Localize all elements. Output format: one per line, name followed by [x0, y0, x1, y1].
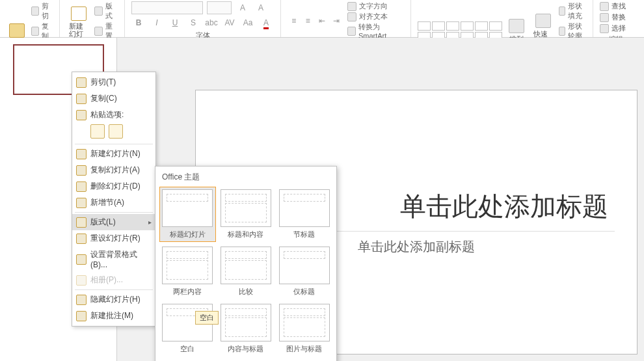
italic-button[interactable]: I [150, 16, 164, 29]
layout-dropdown[interactable]: 版式 [94, 1, 118, 21]
layout-thumb [279, 304, 330, 341]
layout-comparison[interactable]: 比较 [218, 244, 275, 299]
layout-title-content[interactable]: 标题和内容 [218, 187, 275, 242]
align-text-icon [347, 12, 356, 21]
shape-tri[interactable] [461, 21, 474, 31]
menu-separator [75, 144, 153, 144]
paste-icon [9, 23, 25, 38]
shape-oval[interactable] [446, 21, 459, 31]
layout-section-header[interactable]: 节标题 [276, 187, 332, 242]
layout-thumb [162, 247, 213, 284]
new-slide-icon [76, 149, 87, 159]
layout-extra-2[interactable] [218, 358, 275, 361]
ribbon-group-drawing: 排列 快速样式 形状填充 形状轮廓 形状效果 绘图 [411, 0, 593, 37]
ribbon-group-paragraph: ≡ ≡ ⇤ ⇥ 文字方向 对齐文本 转换为 SmartArt 段落 [281, 0, 411, 37]
menu-delete-slide[interactable]: 删除幻灯片(D) [72, 178, 155, 194]
shape-line[interactable] [432, 21, 445, 31]
ribbon: 粘贴 剪切 复制 格式刷 剪贴板 新建 幻灯片 版式 重置 节 幻灯片 [0, 0, 644, 38]
numbering-button[interactable]: ≡ [302, 14, 315, 27]
menu-format-background[interactable]: 设置背景格式(B)... [72, 247, 155, 272]
cut-button[interactable]: 剪切 [31, 1, 53, 21]
layout-two-content[interactable]: 两栏内容 [159, 244, 216, 299]
reset-icon [76, 234, 87, 244]
comment-icon [76, 311, 87, 321]
section-icon [76, 198, 87, 208]
find-button[interactable]: 查找 [600, 1, 632, 11]
layout-title-slide[interactable]: 标题幻灯片 [159, 187, 216, 242]
strike-button[interactable]: S [186, 16, 200, 29]
quick-styles-icon [535, 14, 551, 28]
indent-inc-button[interactable]: ⇥ [330, 14, 343, 27]
layout-thumb [221, 189, 271, 227]
increase-font-button[interactable]: A [235, 1, 250, 14]
menu-new-comment[interactable]: 新建批注(M) [72, 308, 155, 324]
layout-extra-1[interactable] [159, 358, 216, 361]
menu-add-section[interactable]: 新增节(A) [72, 194, 155, 211]
new-slide-icon [71, 7, 87, 21]
layout-content-caption[interactable]: 内容与标题 [218, 301, 275, 356]
shadow-button[interactable]: abc [204, 16, 219, 29]
text-direction-icon [347, 2, 356, 11]
paste-option-picture[interactable] [109, 124, 123, 139]
menu-reset-slide[interactable]: 重设幻灯片(R) [72, 230, 155, 247]
copy-icon [31, 27, 39, 36]
copy-icon [76, 94, 87, 104]
ribbon-group-editing: 查找 替换 选择 编辑 [593, 0, 639, 37]
change-case-button[interactable]: Aa [241, 16, 255, 29]
layout-flyout-header: Office 主题 [159, 170, 332, 187]
paste-icon [76, 110, 87, 120]
layout-thumb [162, 189, 213, 227]
smartart-button[interactable]: 转换为 SmartArt [347, 22, 404, 40]
hide-icon [76, 295, 87, 305]
delete-icon [76, 181, 87, 192]
decrease-font-button[interactable]: A [254, 1, 268, 14]
menu-copy[interactable]: 复制(C) [72, 90, 155, 107]
shape-star[interactable] [489, 21, 502, 31]
font-color-button[interactable]: A [259, 16, 273, 29]
layout-thumb [279, 189, 330, 227]
underline-button[interactable]: U [168, 16, 182, 29]
ribbon-group-clipboard: 粘贴 剪切 复制 格式刷 剪贴板 [0, 0, 60, 37]
menu-photo-album: 相册(P)... [72, 272, 155, 288]
find-icon [600, 2, 609, 11]
menu-separator [75, 289, 153, 290]
menu-hide-slide[interactable]: 隐藏幻灯片(H) [72, 291, 155, 308]
char-spacing-button[interactable]: AV [222, 16, 237, 29]
paste-option-keep-source[interactable] [90, 124, 105, 139]
paste-options-row [72, 123, 155, 142]
layout-icon [94, 7, 102, 16]
menu-duplicate-slide[interactable]: 复制幻灯片(A) [72, 162, 155, 178]
layout-icon [76, 217, 87, 228]
replace-icon [600, 13, 609, 22]
slide-subtitle-placeholder[interactable]: 单击此处添加副标题 [351, 232, 481, 262]
align-text-button[interactable]: 对齐文本 [347, 12, 404, 21]
bullets-button[interactable]: ≡ [288, 14, 301, 27]
layout-flyout: Office 主题 标题幻灯片 标题和内容 节标题 两栏内容 比较 仅标题 空白… [155, 166, 337, 361]
menu-layout[interactable]: 版式(L)▸ [72, 214, 155, 230]
layout-grid: 标题幻灯片 标题和内容 节标题 两栏内容 比较 仅标题 空白 内容与标题 图片与… [159, 187, 332, 361]
select-button[interactable]: 选择 [600, 23, 632, 33]
reset-icon [94, 27, 102, 36]
indent-dec-button[interactable]: ⇤ [315, 14, 329, 27]
format-bg-icon [76, 254, 87, 265]
layout-title-only[interactable]: 仅标题 [276, 244, 332, 299]
submenu-arrow-icon: ▸ [148, 219, 152, 226]
layout-blank[interactable]: 空白 [159, 301, 216, 356]
bold-button[interactable]: B [131, 16, 146, 29]
ribbon-group-font: A A B I U S abc AV Aa A 字体 [125, 0, 281, 37]
font-family-input[interactable] [131, 1, 203, 14]
menu-cut[interactable]: 剪切(T) [72, 74, 155, 90]
replace-button[interactable]: 替换 [600, 12, 632, 22]
font-size-input[interactable] [207, 1, 232, 14]
shape-fill-button[interactable]: 形状填充 [559, 1, 586, 21]
shape-arrow[interactable] [475, 21, 488, 31]
outline-icon [559, 27, 565, 36]
duplicate-icon [76, 165, 87, 176]
menu-new-slide[interactable]: 新建幻灯片(N) [72, 146, 155, 162]
shape-rect[interactable] [418, 21, 431, 31]
ribbon-group-slides: 新建 幻灯片 版式 重置 节 幻灯片 [60, 0, 125, 37]
layout-picture-caption[interactable]: 图片与标题 [276, 301, 332, 356]
album-icon [76, 275, 87, 286]
text-direction-button[interactable]: 文字方向 [347, 1, 404, 11]
smartart-icon [347, 27, 356, 36]
